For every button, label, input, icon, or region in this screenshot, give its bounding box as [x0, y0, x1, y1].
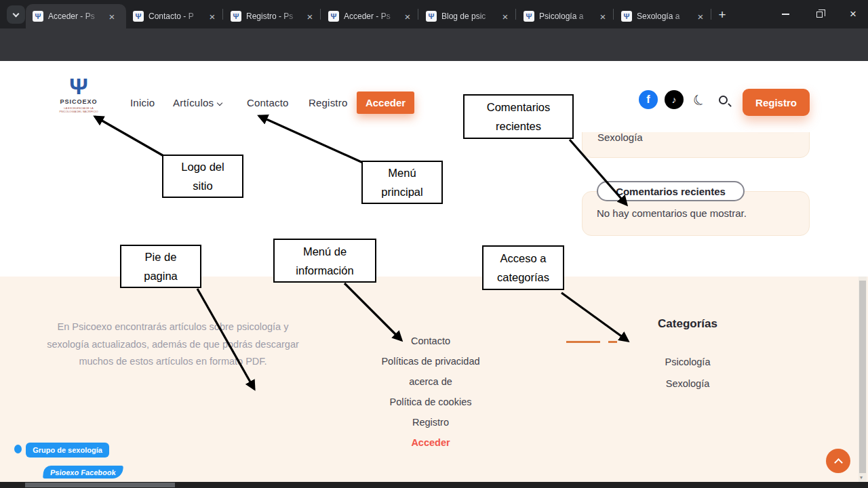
category-sexologia[interactable]: Sexología — [637, 378, 738, 389]
chevron-down-icon — [13, 10, 20, 17]
tab-close-icon[interactable]: × — [597, 12, 608, 22]
recent-comments-title: Comentarios recientes — [597, 181, 745, 201]
scroll-to-top-button[interactable] — [826, 449, 850, 473]
tab-title: Registro - Ps — [246, 12, 303, 21]
categories-title: Categorías — [637, 317, 738, 331]
tab-title: Acceder - Ps — [48, 12, 105, 21]
decorative-dash — [608, 341, 617, 343]
callout-comentarios-recientes: Comentariosrecientes — [463, 94, 574, 139]
callout-menu-informacion: Menú deinformación — [273, 239, 376, 283]
tab-divider — [222, 9, 223, 20]
tab-divider — [418, 9, 418, 20]
tab-close-icon[interactable]: × — [106, 12, 117, 22]
decorative-dash — [566, 341, 600, 343]
site-logo[interactable]: Ψ PSICOEXO LA EXCELENCIA DE LA PSICOLOGÍ… — [57, 75, 100, 113]
psi-favicon-icon: Ψ — [328, 11, 339, 22]
horizontal-scrollbar-thumb[interactable] — [25, 483, 175, 487]
callout-menu-principal: Menúprincipal — [361, 161, 443, 204]
tiktok-icon[interactable]: ♪ — [665, 90, 684, 109]
tab-close-icon[interactable]: × — [695, 12, 706, 22]
tab-blog[interactable]: Ψ Blog de psic × — [419, 4, 517, 28]
nav-registro[interactable]: Registro — [309, 97, 347, 108]
browser-toolbar: ← → ↻ psicoexo.com/acceder/ — [0, 28, 868, 61]
footer-link-acceder[interactable]: Acceder — [349, 432, 512, 453]
footer-link-cookies[interactable]: Política de cookies — [349, 392, 512, 412]
nav-articulos[interactable]: Artículos — [173, 97, 222, 108]
psi-favicon-icon: Ψ — [621, 11, 632, 22]
page-footer: En Psicoexo encontrarás artículos sobre … — [0, 277, 868, 482]
tab-divider — [320, 9, 321, 20]
nav-contacto[interactable]: Contacto — [247, 97, 289, 108]
minimize-icon — [782, 14, 789, 15]
callout-acceso-categorias: Acceso acategorías — [482, 245, 564, 290]
callout-logo-del-sitio: Logo delsitio — [162, 155, 243, 198]
chevron-up-icon — [834, 458, 843, 467]
tab-divider — [613, 9, 614, 20]
dark-mode-moon-icon[interactable]: ☾ — [690, 90, 709, 110]
chevron-down-icon — [217, 100, 222, 106]
tab-title: Blog de psic — [441, 12, 498, 21]
restore-icon — [816, 12, 823, 18]
tab-acceder-2[interactable]: Ψ Acceder - Ps × — [321, 4, 419, 28]
nav-inicio[interactable]: Inicio — [130, 97, 155, 108]
vertical-scrollbar-thumb[interactable] — [859, 281, 866, 473]
restore-button[interactable] — [804, 0, 834, 28]
site-header: Ψ PSICOEXO LA EXCELENCIA DE LA PSICOLOGÍ… — [0, 61, 868, 132]
psi-favicon-icon: Ψ — [524, 11, 534, 22]
footer-link-privacidad[interactable]: Políticas de privacidad — [349, 351, 512, 371]
close-window-button[interactable]: × — [838, 0, 868, 28]
facebook-page-tag[interactable]: Psioexo Facebook — [43, 466, 123, 479]
footer-categories: Categorías Psicología Sexología — [637, 317, 738, 389]
minimize-button[interactable] — [770, 0, 800, 28]
tab-close-icon[interactable]: × — [207, 12, 218, 22]
tab-acceder-1[interactable]: Ψ Acceder - Ps × — [26, 4, 126, 28]
tab-divider — [711, 9, 711, 20]
tab-close-icon[interactable]: × — [402, 12, 413, 22]
psi-favicon-icon: Ψ — [231, 11, 241, 22]
tab-title: Sexología a — [637, 12, 694, 21]
tab-sexologia[interactable]: Ψ Sexología a × — [614, 4, 712, 28]
psi-favicon-icon: Ψ — [133, 11, 144, 22]
search-icon[interactable] — [719, 96, 728, 104]
header-registro-button[interactable]: Registro — [743, 89, 810, 116]
logo-name: PSICOEXO — [57, 98, 100, 105]
footer-link-acerca[interactable]: acerca de — [349, 371, 512, 392]
browser-window: Ψ Acceder - Ps × Ψ Contacto - P × Ψ Regi… — [0, 0, 868, 488]
tab-search-button[interactable] — [7, 5, 25, 24]
tab-divider — [515, 9, 516, 20]
tab-psicologia[interactable]: Ψ Psicología a × — [517, 4, 614, 28]
psi-logo-icon: Ψ — [57, 75, 100, 98]
tab-title: Acceder - Ps — [344, 12, 401, 21]
facebook-icon[interactable]: f — [639, 90, 658, 109]
footer-info-menu: Contacto Políticas de privacidad acerca … — [349, 331, 512, 453]
logo-tagline: LA EXCELENCIA DE LA PSICOLOGÍA DEL SACRI… — [57, 106, 100, 113]
nav-acceder-active[interactable]: Acceder — [357, 92, 414, 114]
tab-registro[interactable]: Ψ Registro - Ps × — [224, 4, 321, 28]
close-icon: × — [850, 7, 856, 21]
psi-favicon-icon: Ψ — [33, 11, 43, 22]
tab-contacto[interactable]: Ψ Contacto - P × — [126, 4, 224, 28]
chat-widget-fragment — [14, 445, 22, 453]
category-psicologia[interactable]: Psicología — [637, 357, 738, 367]
tab-close-icon[interactable]: × — [500, 12, 511, 22]
tab-strip: Ψ Acceder - Ps × Ψ Contacto - P × Ψ Regi… — [0, 0, 868, 28]
scrollbar-down-arrow[interactable]: ▾ — [860, 475, 865, 481]
footer-link-contacto[interactable]: Contacto — [349, 331, 512, 351]
new-tab-button[interactable]: + — [713, 6, 731, 24]
footer-link-registro[interactable]: Registro — [349, 412, 512, 432]
tab-close-icon[interactable]: × — [304, 12, 315, 22]
category-link-sexologia[interactable]: Sexología — [597, 131, 643, 143]
tab-title: Contacto - P — [149, 12, 205, 21]
footer-about-text: En Psicoexo encontrarás artículos sobre … — [43, 319, 302, 371]
tab-title: Psicología a — [539, 12, 596, 21]
callout-pie-de-pagina: Pie depagina — [120, 245, 201, 288]
no-comments-text: No hay comentarios que mostrar. — [597, 207, 747, 219]
sexology-group-tag[interactable]: Grupo de sexología — [26, 443, 109, 458]
psi-favicon-icon: Ψ — [426, 11, 437, 22]
